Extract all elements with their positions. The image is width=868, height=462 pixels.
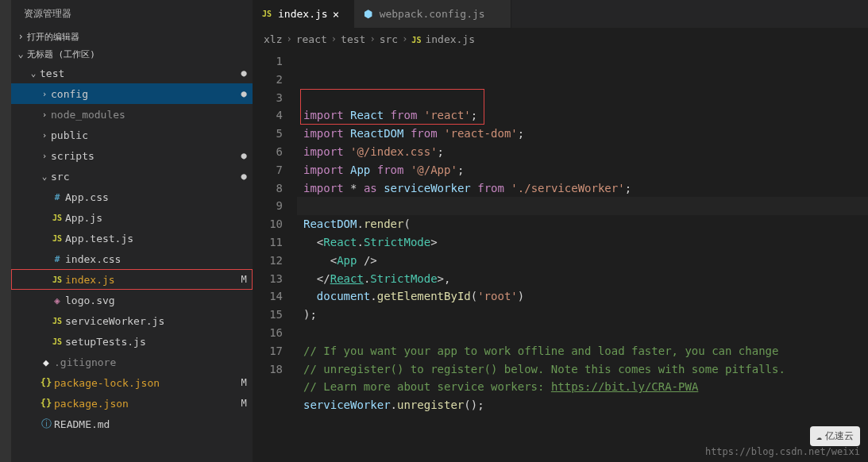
- code-content[interactable]: import React from 'react';import ReactDO…: [297, 50, 868, 462]
- item-label: README.md: [54, 418, 235, 430]
- chevron-down-icon: ⌄: [38, 171, 51, 182]
- item-label: index.css: [65, 253, 235, 265]
- git-status: M: [235, 377, 253, 388]
- chevron-down-icon: ⌄: [14, 48, 27, 60]
- tab-index.js[interactable]: JSindex.js×: [253, 0, 354, 28]
- file-icon: ◈: [49, 295, 65, 306]
- line-numbers: 123456789101112131415161718: [253, 50, 297, 462]
- status-dot: ●: [235, 173, 253, 179]
- git-status: M: [235, 274, 253, 285]
- file-.gitignore[interactable]: ◆.gitignore: [11, 352, 253, 372]
- file-index.js[interactable]: JSindex.jsM: [11, 269, 253, 290]
- close-icon[interactable]: ×: [333, 8, 345, 21]
- file-icon: ⓘ: [38, 417, 54, 431]
- file-icon: #: [49, 254, 65, 264]
- code-line-18[interactable]: [297, 414, 868, 433]
- open-editors-label: 打开的编辑器: [27, 31, 79, 43]
- file-icon: {}: [38, 398, 54, 409]
- editor-area: JSindex.js×⬢webpack.config.js xlz›react›…: [253, 0, 868, 462]
- chevron-right-icon: ›: [369, 33, 375, 44]
- activity-bar[interactable]: [0, 0, 11, 462]
- code-line-6[interactable]: [297, 197, 868, 215]
- item-label: serviceWorker.js: [65, 315, 235, 327]
- code-line-16[interactable]: // Learn more about service workers: htt…: [297, 378, 868, 396]
- chevron-right-icon: ›: [286, 33, 291, 44]
- file-icon: JS: [260, 10, 273, 18]
- file-README.md[interactable]: ⓘREADME.md: [11, 414, 253, 434]
- status-dot: ●: [235, 70, 253, 76]
- code-line-3[interactable]: import '@/index.css';: [297, 143, 868, 161]
- open-editors-section[interactable]: › 打开的编辑器: [11, 28, 253, 45]
- item-label: package.json: [54, 398, 235, 410]
- file-tree: ⌄test●›config●›node_modules›public›scrip…: [11, 63, 253, 434]
- git-status: M: [235, 398, 253, 409]
- code-line-7[interactable]: ReactDOM.render(: [297, 215, 868, 233]
- item-label: App.css: [65, 191, 235, 203]
- item-label: scripts: [51, 150, 235, 162]
- chevron-right-icon: ›: [38, 151, 51, 161]
- breadcrumb-segment[interactable]: src: [380, 33, 398, 45]
- code-line-11[interactable]: document.getElementById('root'): [297, 287, 868, 306]
- code-line-15[interactable]: // unregister() to register() below. Not…: [297, 360, 868, 379]
- breadcrumb-segment[interactable]: react: [296, 33, 327, 45]
- chevron-right-icon: ›: [14, 31, 27, 42]
- item-label: index.js: [65, 274, 235, 286]
- code-line-4[interactable]: import App from '@/App';: [297, 161, 868, 179]
- chevron-right-icon: ›: [38, 130, 51, 141]
- folder-config[interactable]: ›config●: [11, 83, 253, 104]
- breadcrumb[interactable]: xlz›react›test›src›JSindex.js: [253, 28, 868, 50]
- chevron-right-icon: ›: [402, 33, 407, 44]
- file-icon: JS: [49, 234, 65, 243]
- file-icon: #: [49, 192, 65, 202]
- file-App.css[interactable]: #App.css: [11, 187, 253, 207]
- item-label: App.test.js: [65, 233, 235, 244]
- code-line-10[interactable]: </React.StrictMode>,: [297, 270, 868, 288]
- folder-test[interactable]: ⌄test●: [11, 63, 253, 83]
- code-line-8[interactable]: <React.StrictMode>: [297, 233, 868, 252]
- status-dot: ●: [235, 152, 253, 159]
- folder-public[interactable]: ›public: [11, 125, 253, 145]
- breadcrumb-segment[interactable]: test: [341, 33, 365, 45]
- code-line-5[interactable]: import * as serviceWorker from './servic…: [297, 179, 868, 198]
- file-setupTests.js[interactable]: JSsetupTests.js: [11, 331, 253, 352]
- file-package.json[interactable]: {}package.jsonM: [11, 393, 253, 414]
- file-package-lock.json[interactable]: {}package-lock.jsonM: [11, 372, 253, 393]
- sidebar-title: 资源管理器: [11, 0, 253, 28]
- file-icon: {}: [38, 377, 54, 388]
- code-line-1[interactable]: import React from 'react';: [297, 106, 868, 125]
- item-label: config: [51, 88, 235, 100]
- breadcrumb-segment[interactable]: xlz: [264, 33, 282, 45]
- item-label: .gitignore: [54, 356, 235, 368]
- folder-scripts[interactable]: ›scripts●: [11, 145, 253, 166]
- tab-webpack.config.js[interactable]: ⬢webpack.config.js: [354, 0, 511, 28]
- code-line-2[interactable]: import ReactDOM from 'react-dom';: [297, 125, 868, 143]
- code-editor[interactable]: 123456789101112131415161718 import React…: [253, 50, 868, 462]
- file-logo.svg[interactable]: ◈logo.svg: [11, 290, 253, 310]
- code-line-14[interactable]: // If you want your app to work offline …: [297, 342, 868, 360]
- chevron-right-icon: ›: [38, 89, 51, 99]
- code-line-13[interactable]: [297, 324, 868, 342]
- item-label: node_modules: [51, 109, 235, 121]
- item-label: package-lock.json: [54, 377, 235, 389]
- chevron-right-icon: ›: [38, 110, 51, 120]
- item-label: App.js: [65, 212, 235, 224]
- file-App.js[interactable]: JSApp.js: [11, 207, 253, 228]
- editor-tabs: JSindex.js×⬢webpack.config.js: [253, 0, 868, 28]
- item-label: public: [51, 129, 235, 141]
- file-serviceWorker.js[interactable]: JSserviceWorker.js: [11, 310, 253, 331]
- item-label: logo.svg: [65, 295, 235, 306]
- workspace-section[interactable]: ⌄ 无标题 (工作区): [11, 45, 253, 63]
- breadcrumb-segment[interactable]: index.js: [425, 33, 475, 45]
- file-icon: ◆: [38, 356, 54, 368]
- item-label: src: [51, 171, 235, 183]
- explorer-sidebar: 资源管理器 › 打开的编辑器 ⌄ 无标题 (工作区) ⌄test●›config…: [11, 0, 253, 462]
- folder-node_modules[interactable]: ›node_modules: [11, 104, 253, 125]
- folder-src[interactable]: ⌄src●: [11, 166, 253, 187]
- code-line-9[interactable]: <App />: [297, 252, 868, 270]
- item-label: test: [40, 67, 235, 79]
- file-index.css[interactable]: #index.css: [11, 248, 253, 269]
- code-line-17[interactable]: serviceWorker.unregister();: [297, 396, 868, 414]
- file-App.test.js[interactable]: JSApp.test.js: [11, 228, 253, 248]
- file-icon: JS: [49, 317, 65, 325]
- code-line-12[interactable]: );: [297, 306, 868, 324]
